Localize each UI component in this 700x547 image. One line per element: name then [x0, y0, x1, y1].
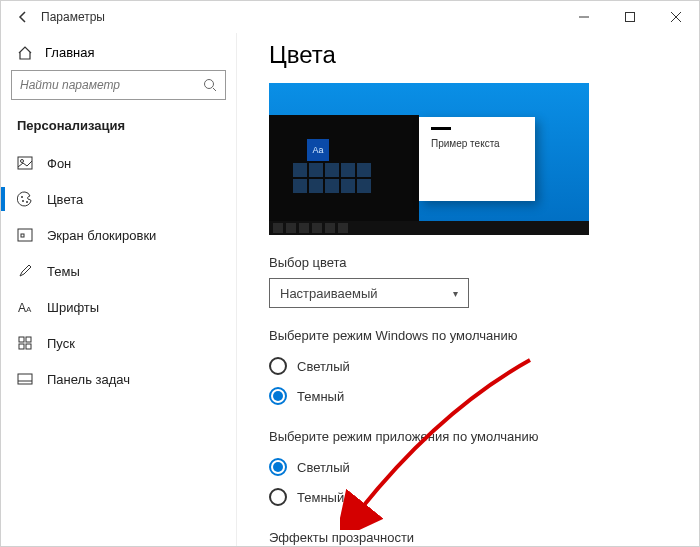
minimize-icon [579, 12, 589, 22]
sidebar-item-label: Пуск [47, 336, 75, 351]
close-button[interactable] [653, 1, 699, 33]
page-title: Цвета [269, 41, 675, 69]
color-mode-value: Настраиваемый [280, 286, 378, 301]
svg-point-2 [205, 80, 214, 89]
svg-line-3 [213, 88, 216, 91]
maximize-icon [625, 12, 635, 22]
back-button[interactable] [9, 10, 37, 24]
radio-label: Светлый [297, 460, 350, 475]
sidebar: Главная Персонализация Фон Цвета Экран б… [1, 33, 237, 546]
svg-rect-1 [626, 13, 635, 22]
app-mode-light[interactable]: Светлый [269, 452, 675, 482]
maximize-button[interactable] [607, 1, 653, 33]
search-field[interactable] [20, 78, 203, 92]
app-mode-dark[interactable]: Темный [269, 482, 675, 512]
radio-icon [269, 488, 287, 506]
search-input[interactable] [11, 70, 226, 100]
windows-mode-dark[interactable]: Темный [269, 381, 675, 411]
lockscreen-icon [17, 228, 33, 242]
radio-icon [269, 357, 287, 375]
svg-text:A: A [18, 301, 26, 314]
svg-rect-9 [18, 229, 32, 241]
svg-rect-10 [21, 234, 24, 237]
radio-label: Светлый [297, 359, 350, 374]
preview-note-text: Пример текста [431, 138, 523, 149]
brush-icon [17, 263, 33, 279]
sidebar-item-label: Темы [47, 264, 80, 279]
sidebar-item-label: Фон [47, 156, 71, 171]
radio-label: Темный [297, 389, 344, 404]
chevron-down-icon: ▾ [453, 288, 458, 299]
svg-rect-17 [18, 374, 32, 384]
svg-rect-15 [19, 344, 24, 349]
arrow-left-icon [16, 10, 30, 24]
svg-point-6 [21, 196, 23, 198]
home-link[interactable]: Главная [11, 41, 226, 70]
color-mode-select[interactable]: Настраиваемый ▾ [269, 278, 469, 308]
window-title: Параметры [41, 10, 105, 24]
app-mode-label: Выберите режим приложения по умолчанию [269, 429, 675, 444]
taskbar-icon [17, 373, 33, 385]
svg-rect-14 [26, 337, 31, 342]
minimize-button[interactable] [561, 1, 607, 33]
sidebar-item-colors[interactable]: Цвета [11, 181, 226, 217]
sidebar-item-label: Экран блокировки [47, 228, 156, 243]
start-icon [17, 336, 33, 350]
svg-point-8 [26, 201, 28, 203]
sidebar-item-start[interactable]: Пуск [11, 325, 226, 361]
radio-icon [269, 458, 287, 476]
main-panel: Цвета Aa Пример текста Выбор цвета Настр… [237, 33, 699, 546]
sidebar-item-taskbar[interactable]: Панель задач [11, 361, 226, 397]
color-preview: Aa Пример текста [269, 83, 589, 235]
svg-rect-13 [19, 337, 24, 342]
sidebar-item-background[interactable]: Фон [11, 145, 226, 181]
sidebar-item-label: Шрифты [47, 300, 99, 315]
windows-mode-label: Выберите режим Windows по умолчанию [269, 328, 675, 343]
preview-tile: Aa [307, 139, 329, 161]
home-label: Главная [45, 45, 94, 60]
font-icon: AA [17, 300, 33, 314]
home-icon [17, 46, 33, 60]
windows-mode-light[interactable]: Светлый [269, 351, 675, 381]
svg-rect-16 [26, 344, 31, 349]
radio-icon [269, 387, 287, 405]
sidebar-item-fonts[interactable]: AA Шрифты [11, 289, 226, 325]
radio-label: Темный [297, 490, 344, 505]
sidebar-item-themes[interactable]: Темы [11, 253, 226, 289]
titlebar: Параметры [1, 1, 699, 33]
image-icon [17, 156, 33, 170]
search-icon [203, 78, 217, 92]
svg-text:A: A [26, 305, 32, 314]
sidebar-item-label: Цвета [47, 192, 83, 207]
transparency-label: Эффекты прозрачности [269, 530, 675, 545]
sidebar-item-label: Панель задач [47, 372, 130, 387]
close-icon [671, 12, 681, 22]
section-header: Персонализация [11, 118, 226, 145]
sidebar-item-lockscreen[interactable]: Экран блокировки [11, 217, 226, 253]
svg-point-5 [21, 160, 24, 163]
preview-note: Пример текста [419, 117, 535, 201]
palette-icon [17, 191, 33, 207]
svg-point-7 [22, 200, 24, 202]
color-mode-label: Выбор цвета [269, 255, 675, 270]
